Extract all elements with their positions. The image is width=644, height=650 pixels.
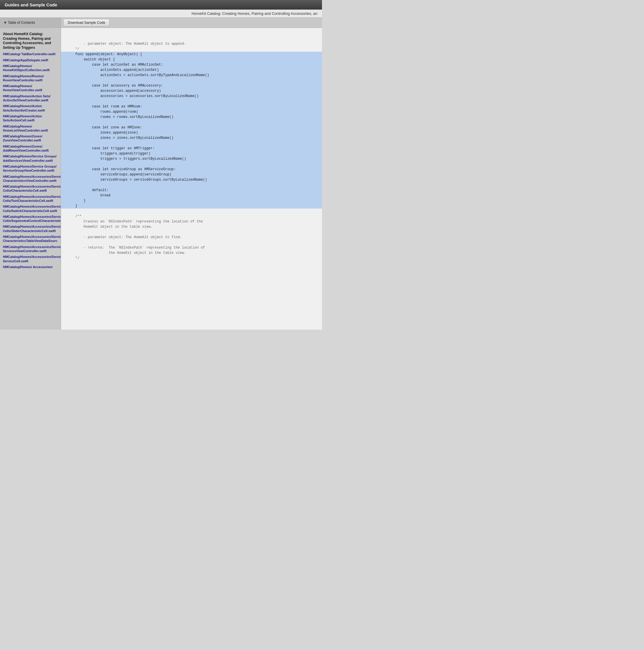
code-line xyxy=(61,141,322,146)
code-line xyxy=(61,78,322,83)
header-bar: HomeKit Catalog: Creating Homes, Pairing… xyxy=(0,9,322,18)
title-bar: Guides and Sample Code xyxy=(0,0,322,9)
sidebar-item-actioncell[interactable]: HMCatalog/Homes/Action Sets/ActionCell.s… xyxy=(0,113,61,123)
sidebar-item-appdelegate[interactable]: HMCatalog/AppDelegate.swift xyxy=(0,57,61,63)
code-line: case let trigger as HMTrigger: xyxy=(61,146,322,151)
code-line: accessories.append(accessory) xyxy=(61,88,322,94)
sidebar-item-servicesviewcontroller[interactable]: HMCatalog/Homes/Accessories/Services/ Se… xyxy=(0,244,61,254)
app-title: Guides and Sample Code xyxy=(5,2,57,7)
code-line: func append(object: AnyObject) { xyxy=(61,52,322,57)
code-line: triggers = triggers.sortByLocalizedName(… xyxy=(61,156,322,161)
code-line: rooms = rooms.sortByLocalizedName() xyxy=(61,114,322,120)
sidebar-item-tabbar[interactable]: HMCatalog/ TabBarController.swift xyxy=(0,51,61,57)
sidebar-item-homelistviewcontroller[interactable]: HMCatalog/Homes/ HomeListViewController.… xyxy=(0,123,61,134)
code-line: break xyxy=(61,193,322,198)
sidebar-item-roomviewcontroller[interactable]: HMCatalog/Homes/Rooms/ RoomViewControlle… xyxy=(0,73,61,83)
sidebar-item-servicegroupviewcontroller[interactable]: HMCatalog/Homes/Service Groups/ ServiceG… xyxy=(0,164,61,174)
sidebar-item-addroomviewcontroller[interactable]: HMCatalog/Homes/Zones/ AddRoomViewContro… xyxy=(0,143,61,154)
code-line: actionSets.append(actionSet) xyxy=(61,67,322,73)
sidebar-item-characteristicstabledatasource[interactable]: HMCatalog/Homes/Accessories/Services/ Ch… xyxy=(0,234,61,244)
code-line xyxy=(67,229,316,235)
sidebar-item-segmentedcontrolcharacteristiccell[interactable]: HMCatalog/Homes/Accessories/Services/Cha… xyxy=(0,214,61,224)
code-line: case let accessory as HMAccessory: xyxy=(61,83,322,88)
code-line: - returns: The `NSIndexPath` representin… xyxy=(67,245,316,250)
sidebar: About HomeKit Catalog: Creating Homes, P… xyxy=(0,28,61,330)
code-line xyxy=(61,99,322,104)
code-block: - parameter object: The HomeKit object t… xyxy=(61,28,322,274)
sidebar-item-homekitobject[interactable]: HMCatalog/Homes/ HomeKitObjectCollection… xyxy=(0,63,61,73)
sidebar-item-accessories2[interactable]: HMCatalog/Homes/ Accessories/ xyxy=(0,264,61,270)
code-line: case let serviceGroup as HMServiceGroup: xyxy=(61,167,322,172)
sidebar-item-servicecell[interactable]: HMCatalog/Homes/Accessories/Services/ Se… xyxy=(0,254,61,264)
code-line: } xyxy=(61,203,322,209)
code-line: the HomeKit object in the table view. xyxy=(67,250,316,256)
sidebar-item-actionsetviewcontroller[interactable]: HMCatalog/Homes/Action Sets/ ActionSetVi… xyxy=(0,93,61,103)
sidebar-item-homeviewcontroller[interactable]: HMCatalog/Homes/ HomeViewController.swif… xyxy=(0,83,61,93)
code-line: - parameter object: The HomeKit object t… xyxy=(67,41,316,46)
sidebar-item-slidercharacteristiccell[interactable]: HMCatalog/Homes/Accessories/Services/Cha… xyxy=(0,224,61,234)
sidebar-section-about[interactable]: About HomeKit Catalog: Creating Homes, P… xyxy=(0,30,61,51)
code-line: accessories = accessories.sortByLocalize… xyxy=(61,94,322,99)
sidebar-item-characteristicsviewcontroller[interactable]: HMCatalog/Homes/Accessories/Services/ Ch… xyxy=(0,174,61,184)
code-line: } xyxy=(61,198,322,203)
code-line: /** xyxy=(67,214,316,219)
sidebar-item-zoneviewcontroller[interactable]: HMCatalog/Homes/Zones/ ZoneViewControlle… xyxy=(0,133,61,143)
code-line xyxy=(61,120,322,125)
sidebar-item-characteristiccell[interactable]: HMCatalog/Homes/Accessories/Services/Cha… xyxy=(0,184,61,194)
code-line: switch object { xyxy=(61,57,322,62)
code-line xyxy=(67,209,316,214)
toc-toggle-button[interactable]: ▼ Table of Contents xyxy=(0,18,61,28)
code-line: case let room as HMRoom: xyxy=(61,104,322,109)
code-line: case let zone as HMZone: xyxy=(61,125,322,130)
code-line xyxy=(67,240,316,245)
code-line: actionSets = actionSets.sortByTypeAndLoc… xyxy=(61,73,322,78)
code-line xyxy=(61,161,322,167)
sidebar-item-actionsetcreator[interactable]: HMCatalog/Homes/Action Sets/ActionSetCre… xyxy=(0,103,61,113)
code-line: HomeKit object in the table view. xyxy=(67,224,316,229)
code-line: serviceGroups = serviceGroups.sortByLoca… xyxy=(61,177,322,182)
sidebar-item-switchcharacteristiccell[interactable]: HMCatalog/Homes/Accessories/Services/Cha… xyxy=(0,204,61,214)
code-line: serviceGroups.append(serviceGroup) xyxy=(61,172,322,177)
code-line: case let actionSet as HMActionSet: xyxy=(61,62,322,67)
code-line: - parameter object: The HomeKit object t… xyxy=(67,235,316,240)
main-layout: About HomeKit Catalog: Creating Homes, P… xyxy=(0,28,322,330)
code-line: */ xyxy=(67,46,316,52)
code-line xyxy=(61,182,322,188)
code-line: default: xyxy=(61,188,322,193)
toc-toggle-label: ▼ Table of Contents xyxy=(3,21,35,25)
code-line: zones = zones.sortByLocalizedName() xyxy=(61,135,322,141)
toolbar: ▼ Table of Contents Download Sample Code xyxy=(0,18,322,28)
page-title: HomeKit Catalog: Creating Homes, Pairing… xyxy=(192,11,317,16)
code-line: triggers.append(trigger) xyxy=(61,151,322,156)
code-line: rooms.append(room) xyxy=(61,109,322,114)
code-line: zones.append(zone) xyxy=(61,130,322,135)
sidebar-item-addservicesviewcontroller[interactable]: HMCatalog/Homes/Service Groups/ AddServi… xyxy=(0,153,61,164)
download-sample-code-button[interactable]: Download Sample Code xyxy=(63,19,109,27)
content-area: - parameter object: The HomeKit object t… xyxy=(61,28,322,330)
code-line: */ xyxy=(67,256,316,261)
sidebar-item-textcharacteristiccell[interactable]: HMCatalog/Homes/Accessories/Services/Cha… xyxy=(0,194,61,204)
code-line: Creates an `NSIndexPath` representing th… xyxy=(67,219,316,224)
sidebar-items-container: HMCatalog/ TabBarController.swiftHMCatal… xyxy=(0,51,61,270)
